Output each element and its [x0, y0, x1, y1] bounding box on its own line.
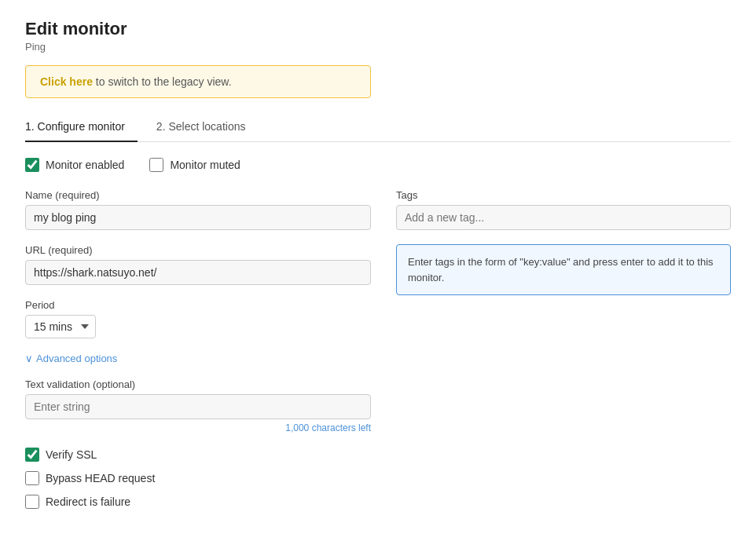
- tags-hint: Enter tags in the form of "key:value" an…: [396, 244, 731, 295]
- checkboxes-row: Monitor enabled Monitor muted: [25, 158, 731, 172]
- chars-left: 1,000 characters left: [25, 422, 371, 433]
- verify-ssl-checkbox[interactable]: [25, 448, 39, 462]
- left-col: Name (required) URL (required) Period 5 …: [25, 189, 371, 509]
- bypass-head-checkbox[interactable]: [25, 471, 39, 485]
- monitor-enabled-checkbox[interactable]: [25, 158, 39, 172]
- monitor-enabled-label[interactable]: Monitor enabled: [25, 158, 124, 172]
- name-label: Name (required): [25, 189, 371, 201]
- name-input[interactable]: [25, 205, 371, 230]
- tags-field-group: Tags: [396, 189, 731, 230]
- verify-section: Verify SSL Bypass HEAD request Redirect …: [25, 448, 371, 509]
- chevron-down-icon: ∨: [25, 353, 33, 364]
- tags-label: Tags: [396, 189, 731, 201]
- verify-ssl-label[interactable]: Verify SSL: [25, 448, 371, 462]
- tab-locations[interactable]: 2. Select locations: [156, 114, 259, 142]
- monitor-muted-text: Monitor muted: [170, 159, 240, 171]
- page-title: Edit monitor: [25, 19, 731, 39]
- monitor-muted-checkbox[interactable]: [149, 158, 163, 172]
- monitor-enabled-text: Monitor enabled: [46, 159, 124, 171]
- text-validation-label: Text validation (optional): [25, 378, 371, 390]
- period-field-group: Period 5 mins 10 mins 15 mins 30 mins 1 …: [25, 299, 371, 338]
- tab-configure[interactable]: 1. Configure monitor: [25, 114, 138, 142]
- url-label: URL (required): [25, 244, 371, 256]
- text-validation-group: Text validation (optional) 1,000 charact…: [25, 378, 371, 433]
- redirect-failure-checkbox[interactable]: [25, 495, 39, 509]
- verify-ssl-text: Verify SSL: [46, 448, 97, 461]
- period-label: Period: [25, 299, 371, 311]
- period-select[interactable]: 5 mins 10 mins 15 mins 30 mins 1 hour: [25, 315, 96, 338]
- form-grid: Name (required) URL (required) Period 5 …: [25, 189, 731, 509]
- tabs: 1. Configure monitor 2. Select locations: [25, 114, 731, 142]
- advanced-options-toggle[interactable]: ∨ Advanced options: [25, 353, 371, 364]
- name-field-group: Name (required): [25, 189, 371, 230]
- bypass-head-label[interactable]: Bypass HEAD request: [25, 471, 371, 485]
- advanced-options-label: Advanced options: [36, 353, 117, 364]
- monitor-muted-label[interactable]: Monitor muted: [149, 158, 240, 172]
- redirect-failure-label[interactable]: Redirect is failure: [25, 495, 371, 509]
- text-validation-input[interactable]: [25, 394, 371, 419]
- page-subtitle: Ping: [25, 41, 731, 53]
- tags-input[interactable]: [396, 205, 731, 230]
- legacy-banner: Click here to switch to the legacy view.: [25, 65, 371, 98]
- legacy-banner-link[interactable]: Click here: [40, 75, 93, 88]
- bypass-head-text: Bypass HEAD request: [46, 472, 155, 484]
- right-col: Tags Enter tags in the form of "key:valu…: [396, 189, 731, 509]
- url-field-group: URL (required): [25, 244, 371, 285]
- redirect-failure-text: Redirect is failure: [46, 495, 130, 508]
- url-input[interactable]: [25, 260, 371, 285]
- legacy-banner-text: to switch to the legacy view.: [93, 75, 232, 88]
